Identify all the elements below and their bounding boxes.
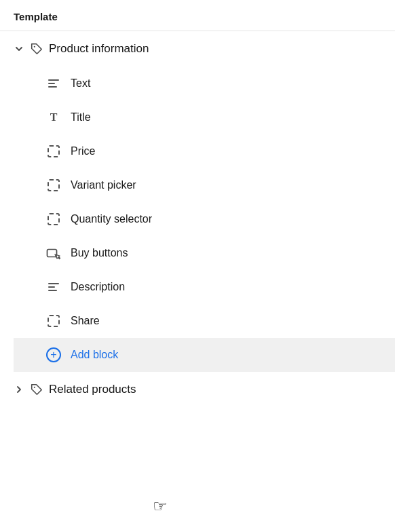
- dashed-box-icon-price: [46, 144, 61, 159]
- list-item-buy-buttons[interactable]: Buy buttons: [14, 236, 395, 270]
- list-item-quantity-selector-label: Quantity selector: [71, 213, 152, 225]
- list-item-share[interactable]: Share: [14, 304, 395, 338]
- list-item-share-label: Share: [71, 315, 100, 327]
- list-item-text-label: Text: [71, 77, 90, 90]
- tag-icon-related: [30, 383, 43, 396]
- list-item-price-label: Price: [71, 145, 95, 157]
- dashed-box-icon-variant: [46, 178, 61, 193]
- section-header-related-products[interactable]: Related products: [0, 372, 395, 407]
- text-lines-icon: [46, 76, 61, 91]
- dashed-box-icon-quantity: [46, 212, 61, 227]
- t-letter-icon: T: [46, 110, 61, 125]
- page-wrapper: Template Product information: [0, 0, 395, 407]
- section-header-product-info[interactable]: Product information: [0, 31, 395, 66]
- section-title-product-info: Product information: [49, 42, 149, 56]
- list-item-text[interactable]: Text: [14, 66, 395, 100]
- product-info-section: Product information Text T: [0, 31, 395, 372]
- list-item-buy-buttons-label: Buy buttons: [71, 247, 128, 259]
- list-item-title[interactable]: T Title: [14, 100, 395, 134]
- add-block-label: Add block: [71, 349, 118, 361]
- list-item-price[interactable]: Price: [14, 134, 395, 168]
- list-item-quantity-selector[interactable]: Quantity selector: [14, 202, 395, 236]
- hand-cursor-icon: ☞: [153, 497, 168, 516]
- svg-point-0: [34, 46, 35, 48]
- svg-point-2: [34, 387, 35, 388]
- add-block-button[interactable]: + Add block: [14, 338, 395, 372]
- list-item-description[interactable]: Description: [14, 270, 395, 304]
- list-item-variant-picker-label: Variant picker: [71, 179, 136, 191]
- list-item-title-label: Title: [71, 111, 91, 124]
- plus-circle-icon: +: [46, 347, 61, 362]
- buy-buttons-icon: [46, 246, 61, 261]
- tag-icon: [30, 42, 43, 56]
- items-list: Text T Title Price Varia: [0, 66, 395, 372]
- header: Template: [0, 0, 395, 31]
- chevron-down-icon: [14, 43, 24, 54]
- chevron-right-icon-related: [14, 384, 24, 395]
- list-item-description-label: Description: [71, 281, 125, 293]
- list-item-variant-picker[interactable]: Variant picker: [14, 168, 395, 202]
- header-title: Template: [14, 11, 58, 22]
- dashed-box-icon-share: [46, 314, 61, 328]
- text-lines-icon-desc: [46, 280, 61, 294]
- section-title-related-products: Related products: [49, 383, 136, 396]
